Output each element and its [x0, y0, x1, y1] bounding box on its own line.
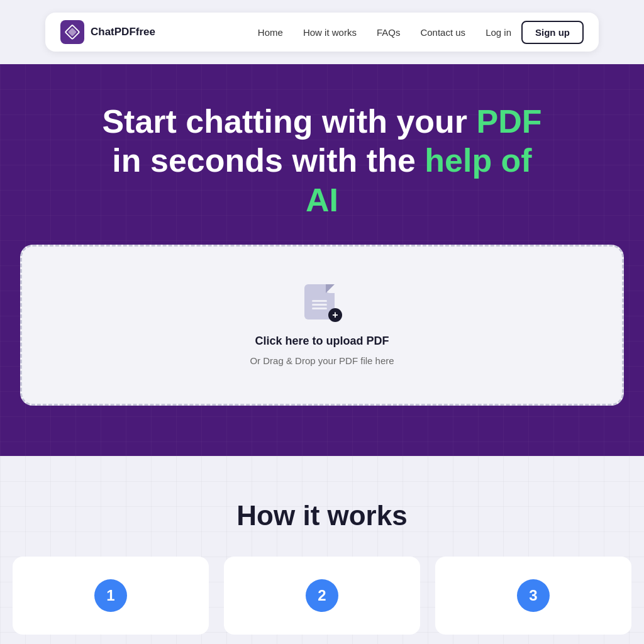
login-button[interactable]: Log in — [486, 27, 511, 38]
pdf-line-1 — [312, 300, 327, 302]
navbar: ChatPDFfree Home How it works FAQs Conta… — [0, 13, 644, 52]
step-card-1: 1 — [13, 557, 209, 635]
upload-sub-text: Or Drag & Drop your PDF file here — [250, 355, 394, 366]
nav-actions: Log in Sign up — [486, 21, 584, 44]
upload-area[interactable]: + Click here to upload PDF Or Drag & Dro… — [20, 245, 624, 406]
signup-button[interactable]: Sign up — [521, 21, 584, 44]
nav-faqs[interactable]: FAQs — [377, 27, 401, 38]
nav-home[interactable]: Home — [258, 27, 283, 38]
hero-title: Start chatting with your PDF in seconds … — [102, 102, 542, 219]
upload-main-text: Click here to upload PDF — [255, 335, 389, 348]
step-number-3: 3 — [517, 579, 550, 612]
step-number-1: 1 — [94, 579, 127, 612]
upload-icon-wrap: + — [304, 284, 340, 322]
step-card-2: 2 — [224, 557, 420, 635]
steps-grid: 1 2 3 — [13, 557, 631, 635]
how-it-works-section: How it works 1 2 3 — [0, 456, 644, 644]
pdf-icon-lines — [312, 300, 327, 309]
hero-section: Start chatting with your PDF in seconds … — [0, 64, 644, 456]
brand-link[interactable]: ChatPDFfree — [60, 20, 155, 44]
pdf-line-2 — [312, 304, 327, 306]
plus-badge-icon: + — [328, 308, 342, 322]
brand-logo-icon — [60, 20, 84, 44]
nav-links: Home How it works FAQs Contact us — [258, 27, 465, 38]
nav-contact[interactable]: Contact us — [420, 27, 465, 38]
pdf-line-3 — [312, 308, 327, 309]
nav-how-it-works[interactable]: How it works — [303, 27, 357, 38]
how-section-title: How it works — [13, 500, 631, 531]
step-number-2: 2 — [306, 579, 338, 612]
brand-name: ChatPDFfree — [91, 26, 155, 38]
step-card-3: 3 — [435, 557, 631, 635]
